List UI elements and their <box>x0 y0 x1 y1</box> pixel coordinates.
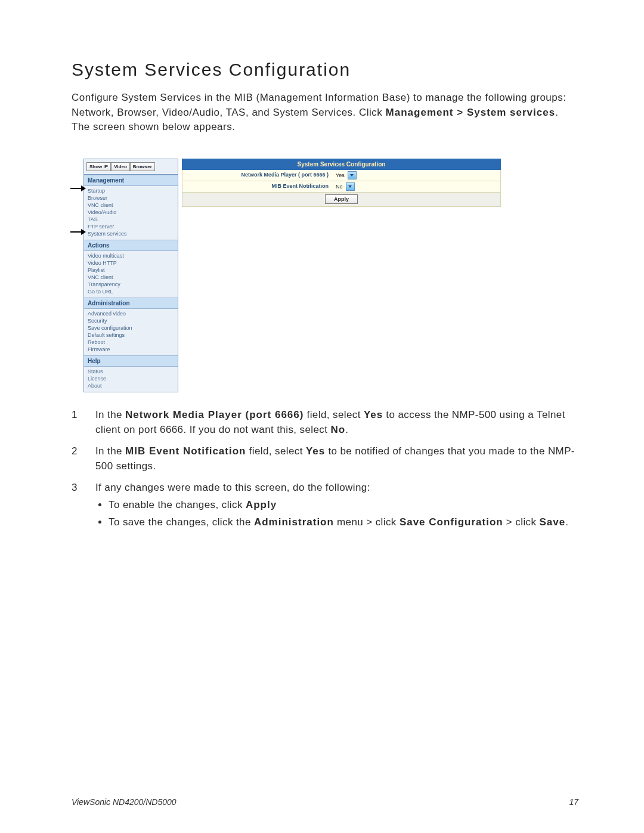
sidebar-tabs: Show IP Video Browser <box>84 159 178 175</box>
step-number-1: 1 <box>72 408 95 437</box>
dropdown-mib[interactable] <box>346 182 355 191</box>
step-number-3: 3 <box>72 481 95 532</box>
arrow-system-services <box>70 229 86 235</box>
sidebar-item-tas[interactable]: TAS <box>84 216 178 223</box>
sidebar-head-actions: Actions <box>84 240 178 251</box>
chevron-down-icon <box>350 174 354 176</box>
tab-browser[interactable]: Browser <box>130 162 155 171</box>
dropdown-nmp[interactable] <box>348 171 357 179</box>
sidebar-item-security[interactable]: Security <box>84 317 178 324</box>
sidebar-item-video-audio[interactable]: Video/Audio <box>84 209 178 216</box>
apply-row: Apply <box>182 193 501 207</box>
footer-page-number: 17 <box>569 797 578 807</box>
sidebar-item-go-to-url[interactable]: Go to URL <box>84 288 178 295</box>
page-footer: ViewSonic ND4200/ND5000 17 <box>72 797 578 807</box>
step-2: In the MIB Event Notification field, sel… <box>95 444 578 473</box>
t: Yes <box>306 445 325 457</box>
sidebar-item-default-settings[interactable]: Default settings <box>84 332 178 339</box>
step-3: If any changes were made to this screen,… <box>95 481 578 532</box>
value-nmp: Yes <box>336 172 346 178</box>
sidebar-item-status[interactable]: Status <box>84 368 178 375</box>
sidebar-head-management: Management <box>84 175 178 186</box>
bullet-1: To enable the changes, click Apply <box>109 498 578 513</box>
intro-paragraph: Configure System Services in the MIB (Ma… <box>72 91 578 135</box>
t: In the <box>95 409 125 420</box>
tab-show-ip[interactable]: Show IP <box>86 162 111 171</box>
t: If any changes were made to this screen,… <box>95 482 370 493</box>
sidebar-item-system-services[interactable]: System services <box>84 230 178 237</box>
sidebar-item-license[interactable]: License <box>84 375 178 382</box>
bullet-2: To save the changes, click the Administr… <box>109 515 578 530</box>
main-panel: System Services Configuration Network Me… <box>182 159 501 392</box>
label-nmp: Network Media Player ( port 6666 ) <box>182 170 332 181</box>
t: . <box>345 424 348 435</box>
label-mib: MIB Event Notification <box>182 181 332 192</box>
page-title: System Services Configuration <box>72 60 578 80</box>
t: Apply <box>246 499 277 510</box>
t: . <box>565 516 568 528</box>
t: In the <box>95 445 125 457</box>
t: Administration <box>254 516 334 528</box>
t: Network Media Player (port 6666) <box>125 409 304 420</box>
sidebar-head-administration: Administration <box>84 298 178 309</box>
sidebar: Show IP Video Browser Management Startup… <box>83 159 178 392</box>
sidebar-item-playlist[interactable]: Playlist <box>84 267 178 274</box>
t: Save Configuration <box>400 516 503 528</box>
sidebar-head-help: Help <box>84 355 178 367</box>
footer-left: ViewSonic ND4200/ND5000 <box>72 797 177 807</box>
sidebar-item-transparency[interactable]: Transparency <box>84 281 178 288</box>
sidebar-item-firmware[interactable]: Firmware <box>84 346 178 353</box>
t: > click <box>503 516 540 528</box>
main-panel-header: System Services Configuration <box>182 159 501 170</box>
intro-bold: Management > System services <box>386 107 556 118</box>
tab-video[interactable]: Video <box>111 162 130 171</box>
sidebar-item-save-configuration[interactable]: Save configuration <box>84 324 178 332</box>
t: field, select <box>246 445 306 457</box>
value-mib: No <box>336 184 345 190</box>
t: menu > click <box>334 516 400 528</box>
t: Yes <box>364 409 383 420</box>
sidebar-item-about[interactable]: About <box>84 382 178 389</box>
steps-list: 1 In the Network Media Player (port 6666… <box>72 408 578 532</box>
t: To save the changes, click the <box>109 516 254 528</box>
embedded-screenshot: Show IP Video Browser Management Startup… <box>83 159 578 392</box>
arrow-management <box>70 185 86 191</box>
sidebar-item-vnc-client[interactable]: VNC client <box>84 202 178 209</box>
sidebar-item-vnc-client-2[interactable]: VNC client <box>84 274 178 281</box>
sidebar-item-reboot[interactable]: Reboot <box>84 339 178 346</box>
sidebar-item-video-multicast[interactable]: Video multicast <box>84 252 178 259</box>
step-1: In the Network Media Player (port 6666) … <box>95 408 578 437</box>
t: To enable the changes, click <box>109 499 246 510</box>
sidebar-item-ftp-server[interactable]: FTP server <box>84 223 178 230</box>
chevron-down-icon <box>348 185 352 188</box>
row-nmp: Network Media Player ( port 6666 ) Yes <box>182 170 501 181</box>
t: MIB Event Notification <box>125 445 246 457</box>
apply-button[interactable]: Apply <box>325 194 358 204</box>
sidebar-item-startup[interactable]: Startup <box>84 187 178 194</box>
t: Save <box>540 516 566 528</box>
row-mib: MIB Event Notification No <box>182 181 501 193</box>
t: No <box>330 424 345 435</box>
step-number-2: 2 <box>72 444 95 473</box>
sidebar-item-browser[interactable]: Browser <box>84 194 178 202</box>
sidebar-item-video-http[interactable]: Video HTTP <box>84 259 178 267</box>
t: field, select <box>304 409 364 420</box>
sidebar-item-advanced-video[interactable]: Advanced video <box>84 310 178 317</box>
